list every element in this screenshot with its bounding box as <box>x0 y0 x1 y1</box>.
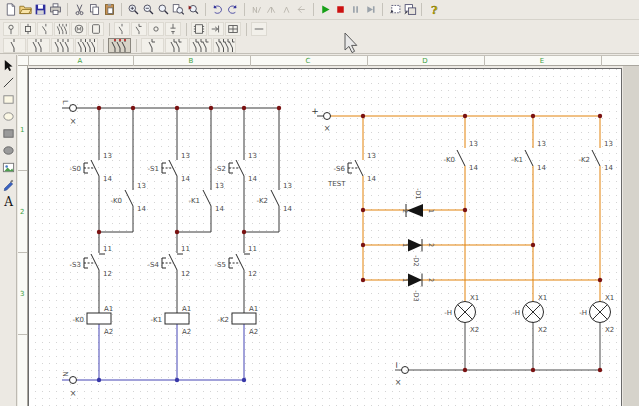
diode-D3[interactable]: 1 2 -D3 <box>401 274 435 302</box>
svg-text:2: 2 <box>401 209 409 213</box>
stopbutton-S4[interactable]: -S4 11 12 <box>148 245 190 278</box>
svg-text:-K0: -K0 <box>443 156 455 164</box>
rung-3: -S2 13 14 -K2 13 14 -S5 11 12 <box>215 108 293 336</box>
svg-text:12: 12 <box>181 270 190 278</box>
terminal-strip-mark: × <box>70 117 77 126</box>
svg-text:-S5: -S5 <box>215 261 226 269</box>
svg-text:11: 11 <box>248 245 257 253</box>
svg-text:X2: X2 <box>605 326 614 334</box>
svg-text:11: 11 <box>181 245 190 253</box>
svg-text:-S3: -S3 <box>70 261 81 269</box>
svg-text:13: 13 <box>103 152 112 160</box>
rung-1-wires[interactable] <box>99 108 133 313</box>
svg-text:14: 14 <box>181 175 190 183</box>
svg-text:14: 14 <box>137 205 146 213</box>
svg-text:A2: A2 <box>182 328 191 336</box>
rung-2-wires[interactable] <box>177 108 211 313</box>
svg-text:13: 13 <box>367 152 376 160</box>
svg-text:13: 13 <box>537 140 546 148</box>
svg-text:-H: -H <box>579 309 587 317</box>
svg-text:12: 12 <box>248 270 257 278</box>
svg-text:-K1: -K1 <box>511 156 523 164</box>
svg-text:14: 14 <box>604 164 613 172</box>
svg-text:13: 13 <box>604 140 613 148</box>
seal-contact-K0[interactable]: -K0 13 14 <box>110 182 146 213</box>
coil-K2[interactable]: -K2 A1 A2 <box>217 305 258 336</box>
svg-text:-D1: -D1 <box>414 188 422 200</box>
terminal-plus[interactable]: + × <box>311 106 330 133</box>
terminal-N[interactable]: N × <box>61 371 77 398</box>
seal-contact-K1[interactable]: -K1 13 14 <box>188 182 224 213</box>
svg-text:-K2: -K2 <box>217 316 229 324</box>
svg-text:-S1: -S1 <box>148 165 159 173</box>
left-junction-dots <box>97 106 281 234</box>
rung-3-wires[interactable] <box>244 108 279 313</box>
svg-text:-H: -H <box>444 309 452 317</box>
svg-text:14: 14 <box>103 175 112 183</box>
pushbutton-S0[interactable]: -S0 13 14 <box>70 152 113 183</box>
rung-2: -S1 13 14 -K1 13 14 -S4 11 12 <box>148 108 225 336</box>
pushbutton-S2[interactable]: -S2 13 14 <box>215 152 258 183</box>
svg-text:2: 2 <box>427 243 435 247</box>
diode-D2[interactable]: 1 2 -D2 <box>401 239 435 267</box>
contact-K2-right[interactable]: -K2 13 14 <box>578 140 613 172</box>
svg-text:13: 13 <box>248 152 257 160</box>
coil-K0[interactable]: -K0 A1 A2 <box>72 305 113 336</box>
terminal-label: + <box>311 106 319 116</box>
svg-text:1: 1 <box>401 278 409 282</box>
svg-text:-K2: -K2 <box>256 197 268 205</box>
svg-text:X2: X2 <box>470 326 479 334</box>
svg-text:14: 14 <box>537 164 546 172</box>
svg-text:-D3: -D3 <box>412 290 420 302</box>
svg-text:-K0: -K0 <box>72 316 84 324</box>
seal-contact-K2[interactable]: -K2 13 14 <box>256 182 292 213</box>
svg-text:X2: X2 <box>538 326 547 334</box>
pushbutton-S1[interactable]: -S1 13 14 <box>148 152 191 183</box>
terminal-strip-mark: × <box>324 124 331 133</box>
left-bottom-rail-wire[interactable] <box>62 324 244 380</box>
terminal-minus[interactable]: − × <box>392 361 409 387</box>
svg-text:14: 14 <box>215 205 224 213</box>
right-circuit: + × − × -S6 TEST 13 14 2 1 -D1 <box>311 106 614 387</box>
svg-text:1: 1 <box>401 243 409 247</box>
svg-text:-D2: -D2 <box>412 255 420 267</box>
svg-text:X1: X1 <box>538 294 547 302</box>
svg-text:-K0: -K0 <box>110 197 122 205</box>
lamp-H3[interactable]: -H X1 X2 <box>579 294 614 334</box>
svg-text:A2: A2 <box>249 328 258 336</box>
diode-D1[interactable]: 2 1 -D1 <box>401 188 435 217</box>
svg-text:-K2: -K2 <box>578 156 590 164</box>
svg-text:11: 11 <box>103 245 112 253</box>
contact-K0-right[interactable]: -K0 13 14 <box>443 140 478 172</box>
svg-text:X1: X1 <box>605 294 614 302</box>
contact-K1-right[interactable]: -K1 13 14 <box>511 140 546 172</box>
terminal-label: L <box>61 100 69 104</box>
svg-text:13: 13 <box>181 152 190 160</box>
lamp-H1[interactable]: -H X1 X2 <box>444 294 479 334</box>
right-negative-wires[interactable] <box>395 323 600 371</box>
lamp-H2[interactable]: -H X1 X2 <box>512 294 547 334</box>
svg-text:13: 13 <box>469 140 478 148</box>
svg-text:A1: A1 <box>249 305 258 313</box>
terminal-label: − <box>392 361 402 369</box>
svg-text:13: 13 <box>283 182 292 190</box>
coil-K1[interactable]: -K1 A1 A2 <box>150 305 191 336</box>
svg-text:TEST: TEST <box>327 180 346 188</box>
mouse-cursor <box>345 33 357 53</box>
svg-text:A1: A1 <box>104 305 113 313</box>
svg-text:14: 14 <box>469 164 478 172</box>
svg-text:14: 14 <box>367 175 376 183</box>
svg-text:14: 14 <box>248 175 257 183</box>
svg-text:-S6: -S6 <box>334 165 346 173</box>
svg-text:A2: A2 <box>104 328 113 336</box>
app-window: ? <box>0 0 639 406</box>
svg-text:-K1: -K1 <box>150 316 162 324</box>
stopbutton-S3[interactable]: -S3 11 12 <box>70 245 112 278</box>
stopbutton-S5[interactable]: -S5 11 12 <box>215 245 257 278</box>
terminal-strip-mark: × <box>395 378 402 387</box>
svg-text:-H: -H <box>512 309 520 317</box>
terminal-L[interactable]: L × <box>61 100 77 126</box>
pushbutton-S6[interactable]: -S6 TEST 13 14 <box>327 152 376 188</box>
terminal-label: N <box>61 371 69 376</box>
svg-text:13: 13 <box>215 182 224 190</box>
